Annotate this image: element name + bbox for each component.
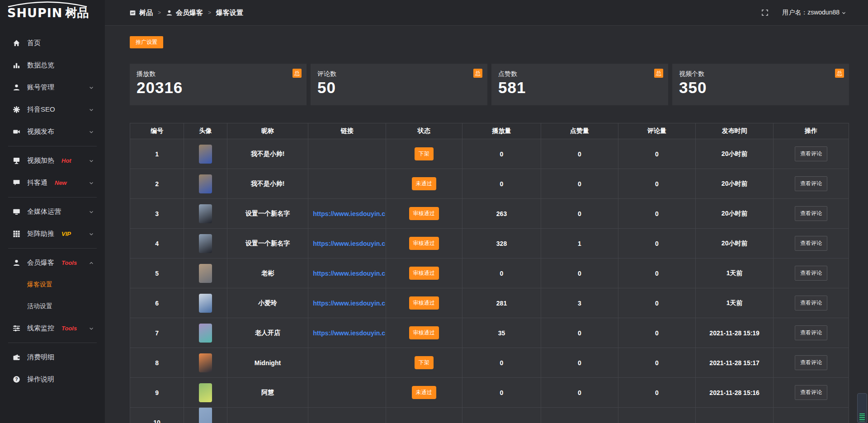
- sidebar-item-badge: Tools: [61, 325, 77, 332]
- sidebar-divider: [8, 343, 97, 343]
- cell-likes: 3: [541, 288, 618, 318]
- view-comments-button[interactable]: 查看评论: [795, 296, 827, 310]
- fullscreen-icon[interactable]: [761, 9, 769, 16]
- view-comments-button[interactable]: 查看评论: [795, 176, 827, 191]
- status-badge: 审核通过: [409, 267, 439, 280]
- cell-status: 审核通过: [386, 199, 462, 229]
- cell-nickname: 小爱玲: [227, 288, 308, 318]
- sidebar-item-account-manage[interactable]: 账号管理: [0, 76, 105, 99]
- table-row: 5老彬https://www.iesdouyin.c审核通过0001天前查看评论: [130, 258, 849, 288]
- sidebar-item-data-overview[interactable]: 数据总览: [0, 54, 105, 76]
- sidebar-item-video-publish[interactable]: 视频发布: [0, 121, 105, 143]
- cell-id: 7: [130, 318, 184, 348]
- avatar: [199, 353, 212, 372]
- stat-card-label: 播放数: [137, 70, 300, 78]
- video-link[interactable]: https://www.iesdouyin.c: [313, 210, 385, 217]
- cell-plays: 281: [462, 288, 541, 318]
- cell-action: 查看评论: [774, 288, 849, 318]
- cell-nickname: [227, 408, 308, 423]
- video-icon: [13, 128, 20, 136]
- sidebar-item-video-heat[interactable]: 视频加热Hot: [0, 150, 105, 172]
- cell-link: https://www.iesdouyin.c: [308, 288, 386, 318]
- cell-avatar: [184, 408, 227, 423]
- sidebar-item-consume-detail[interactable]: 消费明细: [0, 346, 105, 368]
- video-link[interactable]: https://www.iesdouyin.c: [313, 300, 385, 307]
- chevron-down-icon: [89, 158, 94, 164]
- view-comments-button[interactable]: 查看评论: [795, 385, 827, 400]
- cell-action: 查看评论: [774, 348, 849, 378]
- col-header-6: 点赞量: [541, 123, 618, 139]
- breadcrumb-separator: >: [158, 9, 161, 16]
- user-icon: [13, 259, 20, 267]
- equalizer-bars-icon: [859, 414, 865, 421]
- table-row: 9阿慧未通过0002021-11-28 15:16查看评论: [130, 378, 849, 408]
- cell-comments: [618, 408, 696, 423]
- sidebar-item-media-operation[interactable]: 全媒体运营: [0, 201, 105, 223]
- status-badge: 下架: [415, 356, 434, 369]
- breadcrumb-item-member-baoke[interactable]: 会员爆客: [166, 9, 203, 17]
- view-comments-button[interactable]: 查看评论: [795, 325, 827, 340]
- cell-status: 审核通过: [386, 258, 462, 288]
- sidebar-item-label: 操作说明: [27, 375, 54, 384]
- sidebar-item-home[interactable]: 首页: [0, 32, 105, 54]
- cell-action: 查看评论: [774, 139, 849, 169]
- sidebar-item-doukoutong[interactable]: 抖客通New: [0, 172, 105, 194]
- user-icon: [13, 84, 20, 91]
- view-comments-button[interactable]: 查看评论: [795, 146, 827, 161]
- table-row: 2我不是小帅!未通过00020小时前查看评论: [130, 169, 849, 199]
- breadcrumb-item-shupin[interactable]: 树品: [129, 9, 153, 17]
- view-comments-button[interactable]: 查看评论: [795, 206, 827, 221]
- sidebar-subitem-baoke-settings[interactable]: 爆客设置: [0, 274, 105, 296]
- status-badge: 未通过: [412, 177, 436, 190]
- avatar: [199, 234, 212, 253]
- sidebar-item-clue-monitor[interactable]: 线索监控Tools: [0, 317, 105, 339]
- cell-nickname: 老彬: [227, 258, 308, 288]
- cell-id: 2: [130, 169, 184, 199]
- cell-link: https://www.iesdouyin.c: [308, 258, 386, 288]
- cell-time: 1天前: [696, 288, 774, 318]
- cell-link: https://www.iesdouyin.c: [308, 229, 386, 258]
- cell-plays: 263: [462, 199, 541, 229]
- sidebar-item-member-baoke[interactable]: 会员爆客Tools: [0, 252, 105, 274]
- status-badge: 审核通过: [409, 237, 439, 250]
- breadcrumb: 树品>会员爆客>爆客设置: [129, 9, 243, 17]
- col-header-4: 状态: [386, 123, 462, 139]
- video-link[interactable]: https://www.iesdouyin.c: [313, 240, 385, 247]
- video-link[interactable]: https://www.iesdouyin.c: [313, 329, 385, 337]
- sidebar-item-label: 首页: [27, 39, 41, 47]
- sidebar-item-douyin-seo[interactable]: 抖音SEO: [0, 99, 105, 121]
- sidebar-item-matrix-boost[interactable]: 矩阵助推VIP: [0, 223, 105, 245]
- sidebar-divider: [8, 146, 97, 146]
- sliders-icon: [13, 324, 20, 332]
- cell-link: [308, 169, 386, 199]
- breadcrumb-item-baoke-settings[interactable]: 爆客设置: [216, 9, 243, 17]
- user-menu[interactable]: 用户名：zswodun88: [782, 9, 846, 17]
- sidebar-item-label: 数据总览: [27, 61, 54, 70]
- cell-nickname: 设置一个新名字: [227, 229, 308, 258]
- cell-link: [308, 378, 386, 408]
- chevron-down-icon: [841, 10, 846, 15]
- cell-status: 下架: [386, 139, 462, 169]
- status-badge: 未通过: [412, 386, 436, 399]
- cell-comments: 0: [618, 348, 696, 378]
- cell-likes: 0: [541, 199, 618, 229]
- sidebar-subitem-activity-settings[interactable]: 活动设置: [0, 296, 105, 317]
- sidebar-item-operation-guide[interactable]: ?操作说明: [0, 368, 105, 390]
- videos-table-wrap: 编号头像昵称链接状态播放量点赞量评论量发布时间操作 1我不是小帅!下架00020…: [130, 123, 849, 423]
- sidebar-nav: 首页数据总览账号管理抖音SEO视频发布视频加热Hot抖客通New全媒体运营矩阵助…: [0, 26, 105, 390]
- view-comments-button[interactable]: 查看评论: [795, 355, 827, 370]
- view-comments-button[interactable]: 查看评论: [795, 236, 827, 251]
- cell-status: 审核通过: [386, 229, 462, 258]
- floating-widget[interactable]: [857, 393, 867, 423]
- stat-card-likes: 点赞数581总: [491, 64, 668, 105]
- view-comments-button[interactable]: 查看评论: [795, 266, 827, 281]
- cell-id: 5: [130, 258, 184, 288]
- cell-id: 6: [130, 288, 184, 318]
- brand-logo[interactable]: SHUPIN 树品: [0, 0, 105, 26]
- stat-card-videos: 视频个数350总: [672, 64, 849, 105]
- video-link[interactable]: https://www.iesdouyin.c: [313, 270, 385, 277]
- cell-id: 3: [130, 199, 184, 229]
- cell-id: 8: [130, 348, 184, 378]
- promotion-settings-button[interactable]: 推广设置: [130, 36, 163, 48]
- sidebar-item-badge: Tools: [61, 259, 77, 266]
